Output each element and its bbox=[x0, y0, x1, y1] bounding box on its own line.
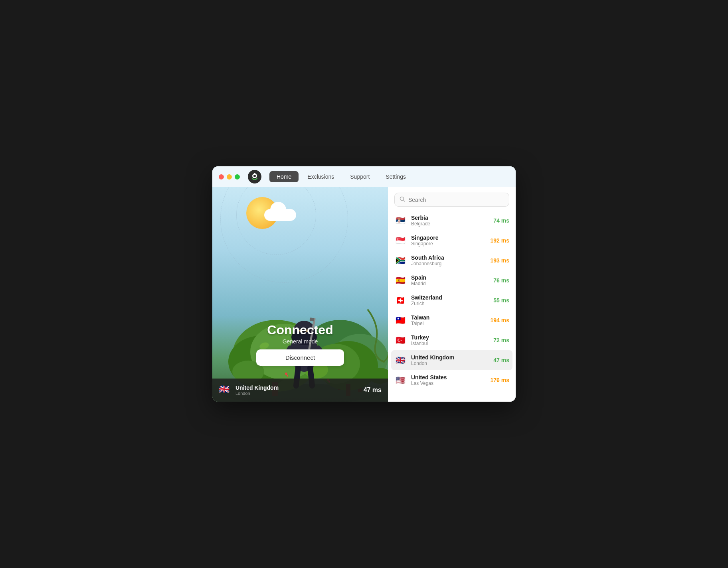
server-list-item[interactable]: 🇹🇼 Taiwan Taipei 194 ms bbox=[391, 310, 512, 330]
current-server-flag: 🇬🇧 bbox=[219, 384, 231, 396]
server-ping: 72 ms bbox=[493, 337, 509, 343]
server-info: Serbia Belgrade bbox=[411, 215, 489, 227]
server-city: Istanbul bbox=[411, 341, 489, 346]
tab-support[interactable]: Support bbox=[343, 171, 377, 182]
tab-exclusions[interactable]: Exclusions bbox=[300, 171, 341, 182]
server-list-item[interactable]: 🇬🇧 United Kingdom London 47 ms bbox=[391, 350, 512, 370]
dashed-circle-2 bbox=[220, 187, 348, 283]
current-server-info: United Kingdom London bbox=[235, 385, 364, 396]
server-flag: 🇹🇷 bbox=[394, 334, 406, 346]
server-ping: 74 ms bbox=[493, 217, 509, 224]
svg-rect-27 bbox=[309, 318, 314, 321]
server-ping: 193 ms bbox=[491, 257, 509, 264]
server-info: Switzerland Zurich bbox=[411, 294, 489, 306]
server-flag: 🇿🇦 bbox=[394, 254, 406, 266]
app-window: Home Exclusions Support Settings bbox=[212, 166, 516, 402]
server-ping: 76 ms bbox=[493, 277, 509, 284]
status-overlay: Connected General mode Disconnect bbox=[248, 323, 352, 366]
server-country: South Africa bbox=[411, 254, 486, 261]
server-country: Singapore bbox=[411, 235, 486, 241]
server-flag: 🇬🇧 bbox=[394, 354, 406, 366]
search-input-wrap[interactable] bbox=[394, 193, 509, 207]
app-logo bbox=[248, 170, 261, 183]
server-city: Belgrade bbox=[411, 221, 489, 227]
server-city: Zurich bbox=[411, 301, 489, 306]
server-list-item[interactable]: 🇪🇸 Spain Madrid 76 ms bbox=[391, 270, 512, 290]
server-list-item[interactable]: 🇿🇦 South Africa Johannesburg 193 ms bbox=[391, 250, 512, 270]
right-panel: 🇷🇸 Serbia Belgrade 74 ms 🇸🇬 Singapore Si… bbox=[388, 187, 516, 402]
server-ping: 176 ms bbox=[491, 377, 509, 383]
server-country: Spain bbox=[411, 274, 489, 281]
svg-rect-2 bbox=[254, 173, 255, 174]
svg-point-1 bbox=[253, 175, 256, 177]
server-ping: 55 ms bbox=[493, 297, 509, 304]
search-input[interactable] bbox=[408, 197, 504, 203]
server-info: Turkey Istanbul bbox=[411, 334, 489, 346]
server-city: Taipei bbox=[411, 321, 486, 326]
server-list-item[interactable]: 🇺🇸 United States Las Vegas 176 ms bbox=[391, 370, 512, 390]
server-city: London bbox=[411, 361, 489, 366]
maximize-button[interactable] bbox=[235, 174, 240, 179]
traffic-lights bbox=[219, 174, 240, 179]
disconnect-button[interactable]: Disconnect bbox=[256, 349, 344, 366]
server-list: 🇷🇸 Serbia Belgrade 74 ms 🇸🇬 Singapore Si… bbox=[388, 211, 516, 402]
left-panel: Connected General mode Disconnect 🇬🇧 Uni… bbox=[212, 187, 388, 402]
server-info: South Africa Johannesburg bbox=[411, 254, 486, 266]
server-flag: 🇨🇭 bbox=[394, 294, 406, 306]
connection-mode: General mode bbox=[248, 338, 352, 345]
connection-status: Connected bbox=[248, 323, 352, 337]
server-country: Taiwan bbox=[411, 314, 486, 321]
server-country: United Kingdom bbox=[411, 354, 489, 361]
server-city: Johannesburg bbox=[411, 261, 486, 266]
svg-line-35 bbox=[404, 200, 405, 202]
server-flag: 🇷🇸 bbox=[394, 215, 406, 227]
nav-tabs: Home Exclusions Support Settings bbox=[269, 171, 413, 182]
minimize-button[interactable] bbox=[227, 174, 232, 179]
server-country: Turkey bbox=[411, 334, 489, 341]
server-ping: 194 ms bbox=[491, 317, 509, 323]
server-list-item[interactable]: 🇹🇷 Turkey Istanbul 72 ms bbox=[391, 330, 512, 350]
tab-settings[interactable]: Settings bbox=[378, 171, 413, 182]
server-info: United States Las Vegas bbox=[411, 374, 486, 386]
current-city-name: London bbox=[235, 391, 364, 396]
server-country: United States bbox=[411, 374, 486, 381]
close-button[interactable] bbox=[219, 174, 224, 179]
search-bar bbox=[388, 187, 516, 211]
current-ping: 47 ms bbox=[364, 387, 382, 394]
server-list-item[interactable]: 🇷🇸 Serbia Belgrade 74 ms bbox=[391, 211, 512, 231]
server-info: Taiwan Taipei bbox=[411, 314, 486, 326]
server-country: Serbia bbox=[411, 215, 489, 221]
cloud-illustration bbox=[264, 209, 296, 221]
server-flag: 🇸🇬 bbox=[394, 235, 406, 247]
server-city: Las Vegas bbox=[411, 381, 486, 386]
svg-point-29 bbox=[287, 375, 288, 377]
server-city: Madrid bbox=[411, 281, 489, 286]
server-flag: 🇪🇸 bbox=[394, 274, 406, 286]
search-icon bbox=[400, 196, 405, 203]
server-info: United Kingdom London bbox=[411, 354, 489, 366]
server-list-item[interactable]: 🇸🇬 Singapore Singapore 192 ms bbox=[391, 231, 512, 250]
tab-home[interactable]: Home bbox=[269, 171, 299, 182]
server-info: Singapore Singapore bbox=[411, 235, 486, 247]
server-flag: 🇹🇼 bbox=[394, 314, 406, 326]
current-server-bar: 🇬🇧 United Kingdom London 47 ms bbox=[212, 379, 388, 402]
svg-point-28 bbox=[285, 373, 287, 375]
server-list-item[interactable]: 🇨🇭 Switzerland Zurich 55 ms bbox=[391, 290, 512, 310]
titlebar: Home Exclusions Support Settings bbox=[212, 166, 516, 187]
server-info: Spain Madrid bbox=[411, 274, 489, 286]
server-city: Singapore bbox=[411, 241, 486, 247]
server-ping: 192 ms bbox=[491, 237, 509, 244]
server-ping: 47 ms bbox=[493, 357, 509, 363]
server-country: Switzerland bbox=[411, 294, 489, 301]
server-flag: 🇺🇸 bbox=[394, 374, 406, 386]
main-content: Connected General mode Disconnect 🇬🇧 Uni… bbox=[212, 187, 516, 402]
current-country-name: United Kingdom bbox=[235, 385, 364, 391]
